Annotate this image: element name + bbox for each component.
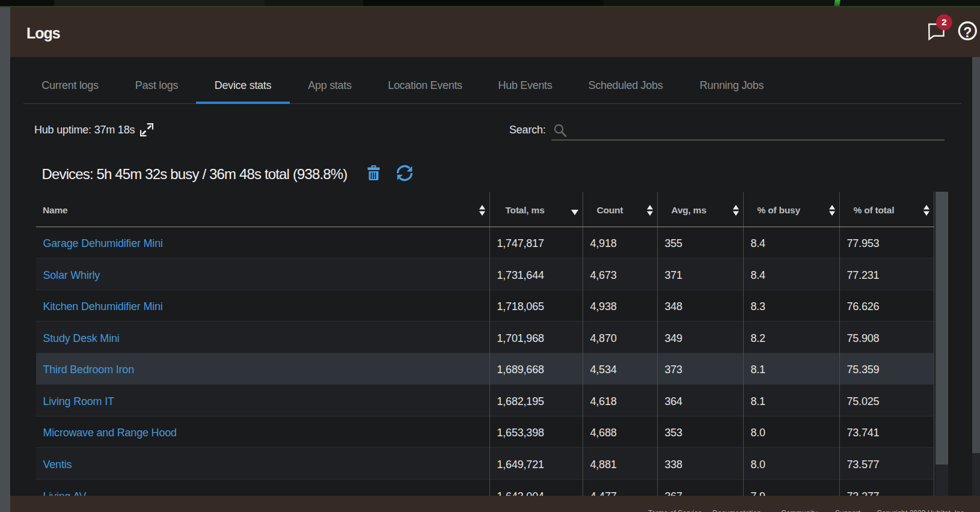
svg-text:2: 2 xyxy=(942,17,947,27)
svg-text:?: ? xyxy=(963,25,972,40)
